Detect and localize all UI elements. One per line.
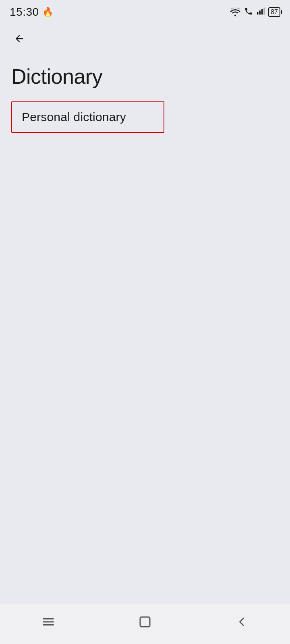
svg-rect-4 [140,617,150,627]
svg-rect-0 [257,12,259,14]
personal-dictionary-label: Personal dictionary [22,110,126,124]
main-content: Dictionary Personal dictionary [0,55,290,604]
battery-icon: 87 [268,7,280,17]
status-right: 87 [230,7,280,17]
status-time: 15:30 [10,6,39,19]
svg-rect-3 [264,8,265,14]
menu-nav-button[interactable] [32,610,64,634]
wifi-icon [230,8,241,17]
cell-signal-icon [256,7,265,17]
status-emoji: 🔥 [42,7,53,17]
back-button[interactable] [10,29,29,48]
bottom-navigation-bar [0,604,290,644]
phone-signal-icon [244,7,253,17]
page-title: Dictionary [11,64,279,89]
top-navigation [0,23,290,55]
status-bar: 15:30 🔥 [0,0,290,23]
menu-icon [41,615,56,629]
battery-level: 87 [271,8,278,16]
back-nav-button[interactable] [226,610,258,634]
back-nav-icon [234,615,249,629]
home-nav-button[interactable] [129,610,161,634]
svg-rect-1 [259,10,261,14]
status-left: 15:30 🔥 [10,6,53,19]
home-icon [138,615,152,629]
svg-rect-2 [261,9,263,15]
personal-dictionary-item[interactable]: Personal dictionary [11,101,164,133]
